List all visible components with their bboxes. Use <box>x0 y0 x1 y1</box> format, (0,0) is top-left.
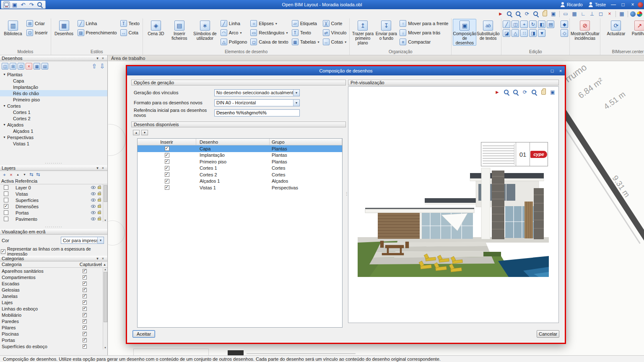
close-panel-icon[interactable]: × <box>100 166 106 170</box>
wire-3d-icon[interactable]: ◇ <box>561 29 568 37</box>
tree-item-cortes-1[interactable]: Cortes 1 <box>0 109 107 115</box>
enviar-fundo-button[interactable]: ↧ Enviar para o fundo <box>374 19 398 41</box>
config-sphere-icon[interactable] <box>630 11 636 17</box>
capturable-checkbox[interactable] <box>83 294 87 298</box>
grid-table-icon[interactable]: ▦ <box>618 10 626 18</box>
layer-active-checkbox[interactable] <box>4 198 8 202</box>
mover-frente-button[interactable]: ↑Mover para a frente <box>398 19 450 28</box>
cancelar-button[interactable]: Cancelar <box>537 330 559 338</box>
panel-resize-handle[interactable] <box>0 225 107 229</box>
capturable-checkbox[interactable] <box>83 332 87 336</box>
move-down-button[interactable]: ⇩ <box>99 62 106 70</box>
redraw-icon[interactable]: ⟳ <box>521 88 529 96</box>
dialog-titlebar[interactable]: Composição de desenhos □ × <box>127 66 565 75</box>
paint-icon[interactable]: ▼ <box>538 29 545 37</box>
note-icon[interactable]: ◻ <box>597 10 605 18</box>
tree-item-capa[interactable]: Capa <box>0 78 107 84</box>
sort-icon[interactable]: ▴ <box>102 262 107 266</box>
lock-icon[interactable] <box>98 212 101 214</box>
mover-tras-button[interactable]: ↓Mover para trás <box>398 28 450 37</box>
ruler-icon[interactable]: ∟ <box>579 10 587 18</box>
zoom-all-icon[interactable] <box>512 88 519 96</box>
zoom-window-icon[interactable] <box>506 10 513 18</box>
expand-icon[interactable]: ▾ <box>2 135 7 139</box>
move-up-button[interactable]: ⇧ <box>91 62 98 70</box>
preview-canvas[interactable]: ► ⟳ ▣ 01 cype <box>348 86 559 323</box>
save-button[interactable]: ▣ <box>11 1 18 8</box>
tree-item-vistas-1[interactable]: Vistas 1 <box>0 140 107 147</box>
duplicate-drawing-icon[interactable]: ⊡ <box>18 63 24 70</box>
layers-scrollbar[interactable]: ▾ <box>103 184 107 222</box>
insert-checkbox[interactable] <box>165 146 169 151</box>
add-layer-icon[interactable]: + <box>2 172 7 177</box>
lock-icon[interactable] <box>98 186 101 189</box>
account-menu-teste[interactable]: Teste <box>586 2 608 7</box>
layer-active-checkbox[interactable] <box>4 204 8 209</box>
formato-select[interactable]: DIN A0 - Horizontal ▾ <box>214 99 300 106</box>
tree-group-perspectivas[interactable]: ▾Perspectivas <box>0 134 107 140</box>
texto-button[interactable]: TTexto <box>290 28 321 37</box>
thickness-checkbox[interactable] <box>1 249 5 254</box>
redo-marked-icon[interactable]: ► <box>497 10 504 18</box>
tree-group-cortes[interactable]: ▾Cortes <box>0 103 107 109</box>
mirror-icon[interactable]: ◧ <box>538 21 545 28</box>
actualizar-button[interactable]: ⟳ Actualizar <box>604 19 628 36</box>
panel-resize-handle[interactable] <box>0 162 107 165</box>
caixa-texto-button[interactable]: ◻Caixa de texto <box>249 37 290 47</box>
print-drawing-icon[interactable]: ▤ <box>42 63 48 70</box>
capturable-checkbox[interactable] <box>83 269 87 273</box>
search-button[interactable] <box>36 1 44 8</box>
inserir-ficheiros-button[interactable]: ▤ Inserir ficheiros <box>168 19 191 41</box>
fit-view-icon[interactable]: ▣ <box>550 10 557 18</box>
composicao-desenhos-button[interactable]: ▣ Composição de desenhos <box>453 19 476 46</box>
move-icon[interactable]: + <box>520 21 528 28</box>
insert-checkbox[interactable] <box>165 172 169 177</box>
capturable-checkbox[interactable] <box>83 313 87 317</box>
poligono-button[interactable]: △Polígono <box>219 37 249 47</box>
sort-up-icon[interactable]: ▴ <box>15 172 21 177</box>
cota-style-button[interactable]: ↔Cota <box>119 28 141 37</box>
pan-hand-icon[interactable] <box>541 10 548 18</box>
frame-icon[interactable]: ▭ <box>562 10 569 18</box>
capturable-checkbox[interactable] <box>83 288 87 292</box>
preenchimento-button[interactable]: ▨Preenchimento <box>76 28 119 37</box>
close-button[interactable]: × <box>628 1 637 8</box>
simbolos-utilizador-button[interactable]: ∗ Símbolos de utilizador <box>191 19 219 41</box>
geracao-vinculos-select[interactable]: No desenho seleccionado actualmente ▾ <box>214 89 300 96</box>
cena-3d-button[interactable]: ◈ Cena 3D <box>144 19 168 36</box>
copy-drawing-icon[interactable]: ◫ <box>2 63 8 70</box>
tree-item-primeiro-piso[interactable]: Primeiro piso <box>0 96 107 103</box>
dialog-close-button[interactable]: × <box>556 67 565 75</box>
minimize-button[interactable]: — <box>609 1 618 8</box>
capturable-checkbox[interactable] <box>83 326 87 330</box>
capturable-checkbox[interactable] <box>83 319 87 323</box>
expand-icon[interactable]: ▾ <box>2 104 7 108</box>
dialog-maximize-button[interactable]: □ <box>548 67 556 75</box>
delete-mark-icon[interactable]: × <box>606 10 613 18</box>
edit-icon[interactable]: ╱ <box>503 21 510 28</box>
maximize-button[interactable]: □ <box>618 1 628 8</box>
redo-marked-icon[interactable]: ► <box>493 88 501 96</box>
redraw-icon[interactable]: ⟳ <box>523 10 531 18</box>
arco-button[interactable]: ◠Arco▾ <box>219 28 249 37</box>
zoom-previous-icon[interactable] <box>532 10 540 18</box>
biblioteca-button[interactable]: ▥ Biblioteca <box>1 19 25 36</box>
insert-checkbox[interactable] <box>165 166 169 171</box>
new-drawing-icon[interactable]: ⊞ <box>10 63 16 70</box>
substituicao-textos-button[interactable]: ab Substituição de textos <box>476 19 500 41</box>
insert-checkbox[interactable] <box>165 179 169 184</box>
insert-checkbox[interactable] <box>165 185 169 190</box>
rotate-icon[interactable]: ↻ <box>529 21 537 28</box>
row-up-button[interactable]: ▴ <box>133 130 140 135</box>
zoom-previous-icon[interactable] <box>530 88 538 96</box>
collapse-panel-icon[interactable]: ▾ <box>95 56 100 60</box>
visibility-icon[interactable] <box>91 192 96 195</box>
tree-group-alcados[interactable]: ▾Alçados <box>0 122 107 128</box>
compactar-button[interactable]: ≡Compactar <box>398 37 450 47</box>
desenhos-button[interactable]: ▦ Desenhos <box>52 19 76 36</box>
undo-button[interactable]: ↶ <box>19 1 27 8</box>
rectangulos-button[interactable]: ▭Rectângulos▾ <box>249 28 290 37</box>
corte-button[interactable]: ╳Corte <box>321 19 348 28</box>
linha-style-button[interactable]: ╱Linha <box>76 19 119 28</box>
layer-active-checkbox[interactable] <box>4 185 8 190</box>
